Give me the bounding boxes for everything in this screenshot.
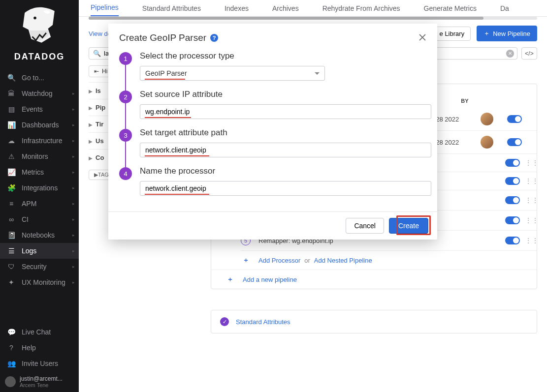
- step-title: Set source IP attribute: [140, 90, 431, 99]
- target-path-input-wrap: [140, 143, 431, 157]
- source-ip-input-wrap: [140, 104, 431, 119]
- cancel-button[interactable]: Cancel: [346, 218, 384, 234]
- step-badge: 3: [119, 129, 132, 142]
- create-geoip-modal: Create GeoIP Parser ? 1 Select the proce…: [108, 24, 437, 240]
- source-ip-input[interactable]: [145, 108, 426, 116]
- step-badge: 1: [119, 52, 132, 65]
- error-underline: [145, 194, 209, 195]
- close-icon: [418, 33, 426, 41]
- processor-name-input[interactable]: [145, 184, 426, 192]
- create-button[interactable]: Create: [389, 218, 428, 234]
- step-title: Select the processor type: [140, 51, 426, 61]
- close-button[interactable]: [418, 33, 426, 43]
- step-title: Set target attribute path: [140, 128, 431, 138]
- processor-name-input-wrap: [140, 181, 431, 196]
- help-icon[interactable]: ?: [210, 34, 218, 42]
- error-underline: [145, 79, 185, 80]
- error-underline: [145, 117, 191, 118]
- processor-type-select[interactable]: GeoIP Parser: [140, 66, 325, 81]
- step-badge: 2: [119, 90, 132, 103]
- target-path-input[interactable]: [145, 146, 426, 154]
- modal-title: Create GeoIP Parser: [119, 32, 206, 43]
- step-title: Name the processor: [140, 166, 431, 176]
- error-underline: [145, 155, 209, 156]
- step-badge: 4: [119, 167, 132, 180]
